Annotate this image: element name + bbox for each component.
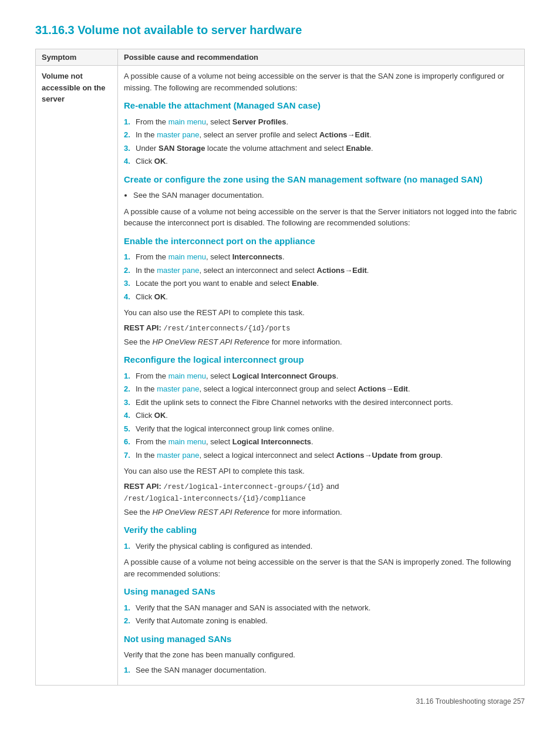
list-item: 1.From the main menu, select Interconnec… xyxy=(124,251,518,263)
list-not-using-managed-sans: 1.See the SAN manager documentation. xyxy=(124,664,518,676)
list-item: 1.From the main menu, select Logical Int… xyxy=(124,370,518,382)
list-item: 2.In the master pane, select an intercon… xyxy=(124,265,518,276)
main-menu-link-4[interactable]: main menu xyxy=(168,437,206,446)
main-menu-link-3[interactable]: main menu xyxy=(168,372,206,380)
list-item: 1.Verify that the SAN manager and SAN is… xyxy=(124,602,518,614)
list-item: 6.From the main menu, select Logical Int… xyxy=(124,436,518,448)
master-pane-link-2[interactable]: master pane xyxy=(157,266,199,275)
main-menu-link-2[interactable]: main menu xyxy=(168,252,206,261)
list-item: 4.Click OK. xyxy=(124,410,518,421)
table-row: Volume not accessible on the server A po… xyxy=(36,66,525,686)
list-item: 2.Verify that Automate zoning is enabled… xyxy=(124,615,518,627)
list-reconfigure-lig: 1.From the main menu, select Logical Int… xyxy=(124,370,518,461)
list-item: 2.In the master pane, select a logical i… xyxy=(124,383,518,395)
list-verify-cabling: 1.Verify the physical cabling is configu… xyxy=(124,541,518,552)
recommendation-cell: A possible cause of a volume not being a… xyxy=(118,66,525,686)
symptom-cell: Volume not accessible on the server xyxy=(36,66,118,686)
list-item: 2.In the master pane, select an server p… xyxy=(124,129,518,141)
list-re-enable: 1.From the main menu, select Server Prof… xyxy=(124,116,518,167)
heading-re-enable: Re-enable the attachment (Managed SAN ca… xyxy=(124,99,518,113)
list-item: 3.Under SAN Storage locate the volume at… xyxy=(124,143,518,154)
list-enable-port: 1.From the main menu, select Interconnec… xyxy=(124,251,518,302)
rest-api-interconnects: REST API: /rest/interconnects/{id}/ports xyxy=(124,322,518,334)
para-1: A possible cause of a volume not being a… xyxy=(124,70,518,93)
list-item: 4.Click OK. xyxy=(124,156,518,167)
list-item: 1.From the main menu, select Server Prof… xyxy=(124,116,518,128)
master-pane-link-1[interactable]: master pane xyxy=(157,130,199,139)
heading-reconfigure-lig: Reconfigure the logical interconnect gro… xyxy=(124,353,518,367)
heading-using-managed-sans: Using managed SANs xyxy=(124,585,518,599)
heading-enable-port: Enable the interconnect port on the appl… xyxy=(124,235,518,248)
para-3: A possible cause of a volume not being a… xyxy=(124,556,518,579)
symptom-label: Volume not accessible on the server xyxy=(42,72,105,103)
col-symptom-header: Symptom xyxy=(36,49,118,66)
para-rest-1: You can also use the REST API to complet… xyxy=(124,307,518,319)
list-item: 3.Edit the uplink sets to connect the Fi… xyxy=(124,397,518,409)
main-menu-link-1[interactable]: main menu xyxy=(168,117,206,126)
list-item: 5.Verify that the logical interconnect g… xyxy=(124,423,518,435)
para-rest-2: You can also use the REST API to complet… xyxy=(124,465,518,477)
master-pane-link-3[interactable]: master pane xyxy=(157,384,199,393)
list-item: 7.In the master pane, select a logical i… xyxy=(124,450,518,461)
list-item: 1.See the SAN manager documentation. xyxy=(124,664,518,676)
col-recommendation-header: Possible cause and recommendation xyxy=(118,49,525,66)
list-item: 3.Locate the port you want to enable and… xyxy=(124,278,518,289)
rest-api-lig: REST API: /rest/logical-interconnect-gro… xyxy=(124,481,518,504)
heading-create-zone: Create or configure the zone using the S… xyxy=(124,173,518,187)
page-footer: 31.16 Troubleshooting storage 257 xyxy=(35,697,525,706)
master-pane-link-4[interactable]: master pane xyxy=(157,451,199,460)
list-item: 1.Verify the physical cabling is configu… xyxy=(124,541,518,552)
heading-verify-cabling: Verify the cabling xyxy=(124,524,518,537)
heading-not-using-managed-sans: Not using managed SANs xyxy=(124,633,518,646)
content-table: Symptom Possible cause and recommendatio… xyxy=(35,49,525,686)
list-san-manager: See the SAN manager documentation. xyxy=(133,190,518,201)
see-ref-1: See the HP OneView REST API Reference fo… xyxy=(124,336,518,348)
para-2: A possible cause of a volume not being a… xyxy=(124,206,518,229)
see-ref-2: See the HP OneView REST API Reference fo… xyxy=(124,507,518,518)
para-4: Verify that the zone has been manually c… xyxy=(124,649,518,661)
list-item: 4.Click OK. xyxy=(124,291,518,303)
list-using-managed-sans: 1.Verify that the SAN manager and SAN is… xyxy=(124,602,518,627)
list-item: See the SAN manager documentation. xyxy=(133,190,518,201)
page-title: 31.16.3 Volume not available to server h… xyxy=(35,23,525,37)
